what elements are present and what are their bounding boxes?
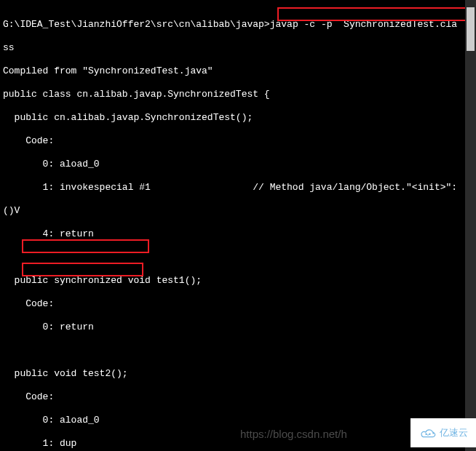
bytecode-line-wrap: ()V: [3, 205, 473, 217]
prompt-line: G:\IDEA_Test\JianzhiOffer2\src\cn\alibab…: [3, 19, 473, 31]
bytecode-line: 0: aload_0: [3, 159, 473, 170]
logo-badge: 亿速云: [410, 418, 476, 447]
command-wrap: ss: [3, 42, 473, 54]
class-declaration: public class cn.alibab.javap.Synchronize…: [3, 89, 473, 100]
bytecode-line: 4: return: [3, 228, 473, 240]
logo-text: 亿速云: [440, 427, 468, 439]
prompt-path: G:\IDEA_Test\JianzhiOffer2\src\cn\alibab…: [3, 19, 270, 30]
terminal-output[interactable]: G:\IDEA_Test\JianzhiOffer2\src\cn\alibab…: [0, 0, 476, 451]
code-label: Code:: [3, 135, 473, 147]
compiled-from: Compiled from "SynchronizedTest.java": [3, 65, 473, 77]
bytecode-line: 0: return: [3, 322, 473, 333]
bytecode-line: 1: dup: [3, 438, 473, 450]
test1-signature: public synchronized void test1();: [3, 275, 473, 287]
scrollbar-track[interactable]: [465, 0, 476, 451]
cloud-icon: [419, 426, 437, 439]
scrollbar-thumb[interactable]: [467, 7, 475, 51]
blank-line: [3, 345, 473, 356]
constructor-signature: public cn.alibab.javap.SynchronizedTest(…: [3, 112, 473, 124]
code-label: Code:: [3, 298, 473, 310]
blank-line: [3, 252, 473, 263]
bytecode-line: 0: aload_0: [3, 415, 473, 426]
command-text: javap -c -p SynchronizedTest.cla: [270, 19, 457, 30]
watermark-text: https://blog.csdn.net/h: [240, 428, 347, 440]
code-label: Code:: [3, 391, 473, 403]
test2-signature: public void test2();: [3, 368, 473, 380]
bytecode-line: 1: invokespecial #1 // Method java/lang/…: [3, 182, 473, 193]
